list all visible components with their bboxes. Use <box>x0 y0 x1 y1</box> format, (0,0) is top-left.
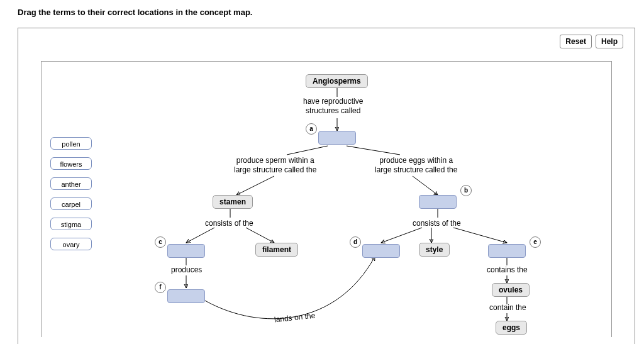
node-eggs: eggs <box>496 321 527 335</box>
slot-d[interactable] <box>362 244 400 258</box>
slot-b[interactable] <box>419 195 457 209</box>
marker-a: a <box>306 123 317 135</box>
svg-line-5 <box>413 176 438 195</box>
link-consists-right: consists of the <box>413 219 461 228</box>
link-contains: contains the <box>487 265 528 275</box>
marker-e: e <box>530 236 541 248</box>
node-stamen: stamen <box>213 195 253 209</box>
slot-c[interactable] <box>167 244 205 258</box>
term-ovary[interactable]: ovary <box>50 238 92 250</box>
term-pollen[interactable]: pollen <box>50 137 92 150</box>
svg-line-10 <box>381 228 422 243</box>
node-angiosperms: Angiosperms <box>306 74 368 88</box>
marker-d: d <box>350 236 361 248</box>
link-produces: produces <box>171 265 202 275</box>
link-eggs: produce eggs within a large structure ca… <box>375 156 457 175</box>
svg-line-9 <box>246 228 274 243</box>
node-filament: filament <box>255 243 298 257</box>
concept-map-canvas: pollen flowers anther carpel stigma ovar… <box>41 61 612 337</box>
term-stigma[interactable]: stigma <box>50 218 92 230</box>
marker-b: b <box>460 185 472 196</box>
node-style: style <box>419 243 450 257</box>
slot-e[interactable] <box>488 244 526 258</box>
svg-line-3 <box>347 146 400 155</box>
marker-c: c <box>155 236 166 248</box>
help-button[interactable]: Help <box>596 35 623 48</box>
reset-button[interactable]: Reset <box>560 35 592 48</box>
link-consists-left: consists of the <box>205 219 253 228</box>
link-sperm: produce sperm within a large structure c… <box>234 156 316 175</box>
marker-f: f <box>155 282 166 293</box>
link-have-repro: have reproductive structures called <box>303 97 363 116</box>
instruction-text: Drag the terms to their correct location… <box>18 8 252 17</box>
svg-line-12 <box>453 228 507 243</box>
slot-f[interactable] <box>167 289 205 303</box>
svg-line-8 <box>186 228 214 243</box>
exercise-frame: Reset Help <box>18 28 635 344</box>
term-carpel[interactable]: carpel <box>50 197 92 210</box>
link-lands-on: lands on the <box>274 311 316 325</box>
node-ovules: ovules <box>492 283 530 297</box>
link-contain: contain the <box>489 303 526 313</box>
slot-a[interactable] <box>318 131 356 145</box>
svg-line-4 <box>236 176 274 195</box>
svg-line-2 <box>287 146 328 155</box>
term-anther[interactable]: anther <box>50 177 92 190</box>
term-flowers[interactable]: flowers <box>50 157 92 170</box>
